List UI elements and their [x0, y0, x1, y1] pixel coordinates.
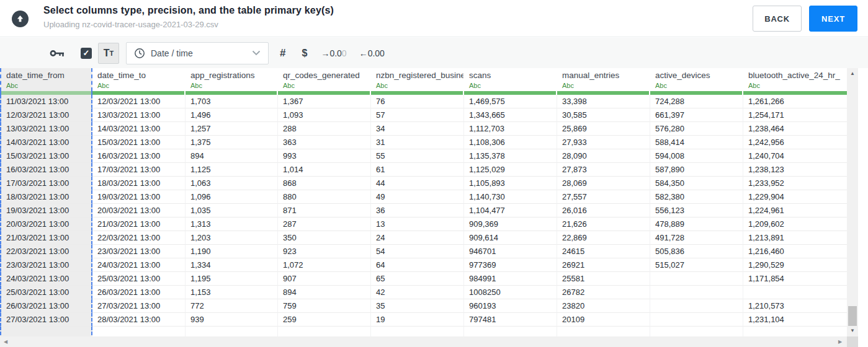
- table-cell: 1,343,665: [464, 108, 557, 122]
- table-cell: 1,096: [186, 190, 278, 204]
- table-cell: 515,027: [650, 258, 743, 272]
- table-cell: 1,112,703: [464, 122, 557, 136]
- table-body: 11/03/2021 13:0012/03/2021 13:001,7031,3…: [0, 95, 847, 336]
- column-header[interactable]: active_devicesAbc: [650, 68, 743, 91]
- table-cell: 26/03/2021 13:00: [92, 286, 186, 299]
- column-header[interactable]: manual_entriesAbc: [557, 68, 650, 91]
- table-cell: 34: [371, 122, 464, 136]
- table-cell: 22/03/2021 13:00: [0, 245, 92, 258]
- upload-wizard: Select columns type, precision, and the …: [0, 0, 868, 347]
- next-button[interactable]: NEXT: [809, 6, 857, 32]
- vertical-scrollbar[interactable]: ▲ ▼: [847, 68, 858, 336]
- column-header[interactable]: scansAbc: [464, 68, 557, 91]
- table-cell: 894: [278, 286, 371, 299]
- table-cell: 588,414: [650, 136, 743, 149]
- table-cell: 24/03/2021 13:00: [92, 258, 186, 272]
- number-type-button[interactable]: #: [280, 47, 285, 59]
- table-cell: 42: [371, 286, 464, 299]
- table-cell: 1,213,891: [743, 231, 847, 245]
- table-cell: 287: [278, 217, 371, 231]
- table-cell: 505,836: [650, 245, 743, 258]
- scroll-up-icon[interactable]: ▲: [847, 69, 858, 78]
- table-cell: [0, 327, 92, 336]
- wizard-actions: BACK NEXT: [753, 6, 857, 32]
- table-cell: 26921: [557, 258, 650, 272]
- table-cell: 1,125,029: [464, 163, 557, 177]
- table-row: 19/03/2021 13:0020/03/2021 13:001,035871…: [0, 204, 847, 217]
- table-cell: 36: [371, 204, 464, 217]
- table-cell: 19: [371, 313, 464, 327]
- column-header[interactable]: qr_codes_generatedAbc: [278, 68, 371, 91]
- table-cell: 44: [371, 177, 464, 190]
- table-cell: 13: [371, 217, 464, 231]
- table-cell: 14/03/2021 13:00: [92, 122, 186, 136]
- table-cell: 288: [278, 122, 371, 136]
- column-name: nzbn_registered_busine: [376, 71, 463, 80]
- table-cell: 1,254,171: [743, 108, 847, 122]
- table-row: 23/03/2021 13:0024/03/2021 13:001,3341,0…: [0, 258, 847, 272]
- clock-icon: [134, 48, 145, 59]
- table-cell: 76: [371, 95, 464, 108]
- table-row: 11/03/2021 13:0012/03/2021 13:001,7031,3…: [0, 95, 847, 108]
- table-cell: 1008250: [464, 286, 557, 299]
- column-header[interactable]: date_time_fromAbc: [0, 68, 92, 91]
- table-row: 15/03/2021 13:0016/03/2021 13:0089499355…: [0, 149, 847, 163]
- left-arrow-icon: ←: [359, 48, 368, 58]
- table-cell: 1,242,956: [743, 136, 847, 149]
- table-cell: 20109: [557, 313, 650, 327]
- column-header[interactable]: bluetooth_active_24_hr_Abc: [743, 68, 847, 91]
- table-cell: 1,035: [186, 204, 278, 217]
- header-titles: Select columns type, precision, and the …: [43, 5, 334, 29]
- column-type-badge: Abc: [376, 82, 463, 89]
- table-cell: 26,016: [557, 204, 650, 217]
- table-cell: 1,334: [186, 258, 278, 272]
- table-cell: [650, 299, 743, 313]
- column-name: date_time_from: [6, 71, 91, 80]
- check-icon: ✓: [83, 49, 90, 57]
- table-cell: 1,257: [186, 122, 278, 136]
- column-header[interactable]: nzbn_registered_busineAbc: [371, 68, 464, 91]
- table-row: 14/03/2021 13:0015/03/2021 13:001,375363…: [0, 136, 847, 149]
- table-cell: 363: [278, 136, 371, 149]
- table-cell: 21/03/2021 13:00: [0, 231, 92, 245]
- back-button[interactable]: BACK: [753, 6, 802, 32]
- column-type-dropdown[interactable]: Date / time: [126, 42, 269, 64]
- scroll-left-icon[interactable]: ◀: [1, 336, 10, 347]
- page-title: Select columns type, precision, and the …: [43, 5, 334, 16]
- column-header[interactable]: app_registrationsAbc: [186, 68, 278, 91]
- upload-status-text: Uploading nz-covid-tracer-usage-2021-03-…: [43, 20, 334, 29]
- table-cell: 1,171,854: [743, 272, 847, 286]
- table-cell: 54: [371, 245, 464, 258]
- text-type-button[interactable]: TT: [98, 43, 119, 64]
- table-cell: 594,008: [650, 149, 743, 163]
- cloud-upload-icon: [12, 11, 29, 27]
- table-cell: 55: [371, 149, 464, 163]
- column-type-badge: Abc: [469, 82, 557, 89]
- table-cell: [650, 286, 743, 299]
- table-row: 27/03/2021 13:0028/03/2021 13:0093925919…: [0, 313, 847, 327]
- table-cell: 28,090: [557, 149, 650, 163]
- column-type-badge: Abc: [97, 82, 185, 89]
- table-row: 21/03/2021 13:0022/03/2021 13:001,203350…: [0, 231, 847, 245]
- table-cell: [186, 327, 278, 336]
- table-cell: 28,069: [557, 177, 650, 190]
- column-name: manual_entries: [562, 71, 650, 80]
- table-row: 18/03/2021 13:0019/03/2021 13:001,096880…: [0, 190, 847, 204]
- table-cell: 977369: [464, 258, 557, 272]
- table-cell: 15/03/2021 13:00: [92, 136, 186, 149]
- table-cell: 491,728: [650, 231, 743, 245]
- currency-type-button[interactable]: $: [302, 48, 307, 59]
- table-row: 25/03/2021 13:0026/03/2021 13:001,153894…: [0, 286, 847, 299]
- decimal-decrease-button[interactable]: →0.00: [321, 48, 346, 58]
- table-cell: 22,869: [557, 231, 650, 245]
- decimal-increase-button[interactable]: ←0.00: [359, 48, 385, 58]
- include-column-checkbox[interactable]: ✓: [81, 48, 92, 59]
- table-cell: 20/03/2021 13:00: [92, 204, 186, 217]
- scroll-down-icon[interactable]: ▼: [847, 327, 858, 335]
- vertical-scrollbar-thumb[interactable]: [848, 306, 857, 326]
- column-header[interactable]: date_time_toAbc: [92, 68, 186, 91]
- table-cell: 33,398: [557, 95, 650, 108]
- scroll-right-icon[interactable]: ▶: [836, 336, 844, 347]
- primary-key-icon[interactable]: [50, 48, 65, 58]
- horizontal-scrollbar[interactable]: ◀ ▶: [0, 336, 847, 347]
